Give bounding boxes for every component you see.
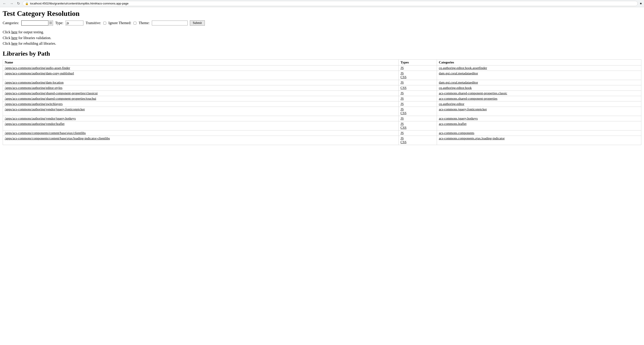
categories-input[interactable] bbox=[22, 20, 48, 25]
library-name-link[interactable]: /apps/acs-commons/authoring/dam-location bbox=[5, 81, 64, 84]
table-cell-categories: acs-commons.components.ajax.loading-indi… bbox=[437, 136, 641, 145]
table-cell-types: CSS bbox=[399, 85, 437, 90]
library-name-link[interactable]: /apps/acs-commons/authoring/audio-asset-… bbox=[5, 66, 70, 70]
library-name-link[interactable]: /apps/acs-commons/authoring/vendor/jquer… bbox=[5, 107, 85, 111]
libraries-table: Name Types Categories /apps/acs-commons/… bbox=[3, 59, 641, 145]
library-name-link[interactable]: /apps/acs-commons/authoring/vendor/jquer… bbox=[5, 117, 76, 120]
header-categories: Categories bbox=[437, 59, 641, 65]
type-link[interactable]: JS bbox=[400, 136, 435, 140]
type-link[interactable]: JS bbox=[400, 122, 435, 126]
table-cell-categories: acs-commons.shared-component-properties bbox=[437, 96, 641, 101]
library-name-link[interactable]: /apps/acs-commons/authoring/switchlayers bbox=[5, 102, 62, 106]
library-name-link[interactable]: /apps/acs-commons/authoring/shared-compo… bbox=[5, 91, 98, 95]
table-cell-types: JSCSS bbox=[399, 121, 437, 130]
table-cell-categories: acs-commons.leaflet bbox=[437, 121, 641, 130]
info-line-1: Click here for output testing. bbox=[3, 29, 641, 35]
type-link[interactable]: JS bbox=[400, 117, 435, 120]
table-cell-types: JSCSS bbox=[399, 136, 437, 145]
category-link[interactable]: acs-commons.leaflet bbox=[439, 122, 639, 126]
lock-icon: 🔒 bbox=[25, 2, 28, 5]
forward-button[interactable]: → bbox=[9, 1, 14, 6]
type-link[interactable]: CSS bbox=[400, 126, 435, 130]
table-row: /apps/acs-commons/authoring/dam-copy-pub… bbox=[3, 71, 641, 80]
url-bar[interactable]: 🔒 localhost:4502/libs/granite/ui/content… bbox=[22, 1, 638, 6]
library-name-link[interactable]: /apps/acs-commons/authoring/vendor/leafl… bbox=[5, 122, 64, 126]
category-link[interactable]: dam.gui.coral.metadataeditor bbox=[439, 71, 639, 75]
category-link[interactable]: dam.gui.coral.metadataeditor bbox=[439, 81, 639, 84]
type-link[interactable]: CSS bbox=[400, 75, 435, 79]
libraries-validation-link[interactable]: here bbox=[12, 36, 18, 40]
table-row: /apps/acs-commons/authoring/switchlayers… bbox=[3, 101, 641, 107]
table-cell-name: /apps/acs-commons/authoring/audio-asset-… bbox=[3, 65, 399, 71]
table-cell-categories: cq.authoring.editor.hook bbox=[437, 85, 641, 90]
table-cell-types: JSCSS bbox=[399, 71, 437, 80]
category-link[interactable]: cq.authoring.editor.hook.assetfinder bbox=[439, 66, 639, 70]
type-link[interactable]: JS bbox=[400, 97, 435, 100]
type-link[interactable]: JS bbox=[400, 81, 435, 84]
category-link[interactable]: acs-commons.jquery.fonticonpicker bbox=[439, 107, 639, 111]
info-line-3: Click here for rebuilding all libraries. bbox=[3, 41, 641, 46]
library-name-link[interactable]: /apps/acs-commons/components/content/bas… bbox=[5, 136, 110, 140]
library-name-link[interactable]: /apps/acs-commons/authoring/dam-copy-pub… bbox=[5, 71, 74, 75]
category-link[interactable]: cq.authoring.editor.hook bbox=[439, 86, 639, 90]
categories-picker-button[interactable]: ☷ bbox=[48, 21, 53, 25]
output-testing-link[interactable]: here bbox=[12, 30, 18, 34]
table-row: /apps/acs-commons/authoring/editor-style… bbox=[3, 85, 641, 90]
type-link[interactable]: JS bbox=[400, 102, 435, 106]
table-cell-categories: acs-commons.jquery.hotkeys bbox=[437, 116, 641, 121]
table-cell-name: /apps/acs-commons/authoring/editor-style… bbox=[3, 85, 399, 90]
type-label: Type: bbox=[55, 21, 63, 25]
table-cell-name: /apps/acs-commons/components/content/bas… bbox=[3, 130, 399, 136]
table-row: /apps/acs-commons/authoring/shared-compo… bbox=[3, 96, 641, 101]
category-link[interactable]: acs-commons.shared-component-properties.… bbox=[439, 91, 639, 95]
transitive-checkbox[interactable] bbox=[103, 22, 106, 24]
theme-label: Theme: bbox=[139, 21, 150, 25]
page-title: Test Category Resolution bbox=[3, 9, 641, 18]
type-link[interactable]: CSS bbox=[400, 86, 435, 90]
reload-button[interactable]: ↻ bbox=[16, 1, 21, 6]
transitive-label: Transitive: bbox=[86, 21, 101, 25]
type-link[interactable]: CSS bbox=[400, 111, 435, 115]
submit-button[interactable]: Submit bbox=[190, 20, 204, 26]
category-link[interactable]: acs-commons.shared-component-properties bbox=[439, 97, 639, 100]
type-link[interactable]: JS bbox=[400, 91, 435, 95]
table-cell-name: /apps/acs-commons/authoring/dam-copy-pub… bbox=[3, 71, 399, 80]
table-cell-types: JS bbox=[399, 80, 437, 85]
ignore-themed-label: Ignore Themed: bbox=[108, 21, 131, 25]
category-link[interactable]: acs-commons.components.ajax.loading-indi… bbox=[439, 136, 639, 140]
table-cell-categories: acs-commons.jquery.fonticonpicker bbox=[437, 107, 641, 116]
theme-input[interactable] bbox=[152, 20, 188, 25]
url-text: localhost:4502/libs/granite/ui/content/d… bbox=[30, 2, 635, 5]
library-name-link[interactable]: /apps/acs-commons/components/content/bas… bbox=[5, 131, 86, 135]
info-section: Click here for output testing. Click her… bbox=[3, 29, 641, 46]
library-name-link[interactable]: /apps/acs-commons/authoring/shared-compo… bbox=[5, 97, 96, 100]
library-name-link[interactable]: /apps/acs-commons/authoring/editor-style… bbox=[5, 86, 62, 90]
categories-label: Categories: bbox=[3, 21, 19, 25]
ignore-themed-checkbox[interactable] bbox=[134, 22, 136, 24]
table-cell-name: /apps/acs-commons/authoring/vendor/leafl… bbox=[3, 121, 399, 130]
table-row: /apps/acs-commons/authoring/vendor/leafl… bbox=[3, 121, 641, 130]
type-link[interactable]: JS bbox=[400, 71, 435, 75]
libraries-title: Libraries by Path bbox=[3, 50, 641, 57]
table-cell-name: /apps/acs-commons/authoring/switchlayers bbox=[3, 101, 399, 107]
type-link[interactable]: JS bbox=[400, 66, 435, 70]
rebuild-libraries-link[interactable]: here bbox=[12, 41, 18, 45]
type-link[interactable]: CSS bbox=[400, 140, 435, 144]
table-cell-categories: acs-commons.components bbox=[437, 130, 641, 136]
table-cell-name: /apps/acs-commons/components/content/bas… bbox=[3, 136, 399, 145]
table-row: /apps/acs-commons/authoring/audio-asset-… bbox=[3, 65, 641, 71]
type-link[interactable]: JS bbox=[400, 107, 435, 111]
back-button[interactable]: ← bbox=[2, 1, 7, 6]
table-cell-name: /apps/acs-commons/authoring/vendor/jquer… bbox=[3, 107, 399, 116]
table-cell-name: /apps/acs-commons/authoring/dam-location bbox=[3, 80, 399, 85]
filter-form: Categories: ☷ Type: Transitive: Ignore T… bbox=[3, 20, 641, 26]
type-link[interactable]: JS bbox=[400, 131, 435, 135]
table-header-row: Name Types Categories bbox=[3, 59, 641, 65]
category-link[interactable]: acs-commons.jquery.hotkeys bbox=[439, 117, 639, 120]
category-link[interactable]: acs-commons.components bbox=[439, 131, 639, 135]
bookmark-icon: ★ bbox=[640, 2, 642, 5]
categories-input-wrapper: ☷ bbox=[21, 20, 53, 26]
category-link[interactable]: cq.authoring.editor bbox=[439, 102, 639, 106]
table-cell-categories: dam.gui.coral.metadataeditor bbox=[437, 80, 641, 85]
type-input[interactable] bbox=[66, 20, 84, 25]
